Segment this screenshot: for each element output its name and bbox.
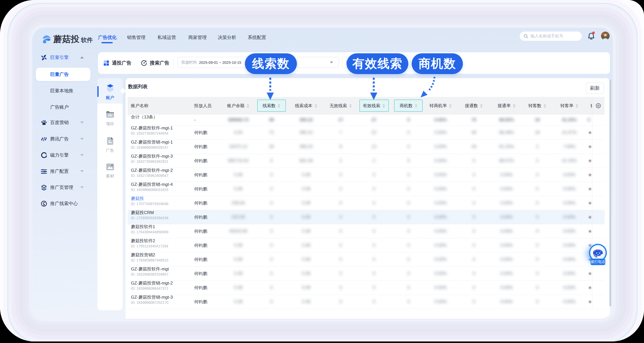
column-header-4[interactable]: 线索成本	[287, 97, 325, 115]
table-cell	[585, 196, 592, 210]
metric-value: 0	[407, 144, 410, 149]
column-header-2[interactable]: 账户余额	[220, 97, 256, 115]
sort-icon[interactable]	[480, 104, 483, 108]
table-cell: 0	[356, 210, 392, 224]
table-row-6[interactable]: 蘑菇投ID: 1707704975916048何钧鹏208.6605.08000…	[128, 196, 605, 210]
table-row-2[interactable]: GZ-蘑菇投营销-mgt-1ID: 1839866088539147何钧鹏334…	[128, 140, 605, 154]
table-cell: 5.08	[220, 295, 256, 309]
metric-value: 0.00%	[434, 285, 447, 290]
sort-icon[interactable]	[414, 104, 418, 108]
metric-value: 0	[270, 158, 273, 163]
column-header-10[interactable]: 接通率	[492, 97, 521, 115]
column-header-8[interactable]: 转商机率	[425, 97, 456, 115]
sidebar-subitem-juliang-local[interactable]: 巨量本地推	[50, 88, 96, 94]
topnav-item-2[interactable]: 私域运营	[158, 34, 176, 41]
action-mark	[589, 132, 591, 134]
table-row-4[interactable]: GZ-蘑菇投软件-mgt-2ID: 1832735962809547何钧鹏5.0…	[128, 168, 605, 182]
sort-icon[interactable]	[543, 104, 546, 108]
tab-search-ads[interactable]: 搜索广告	[141, 52, 169, 74]
metric-value: 5.08	[234, 186, 242, 191]
sort-icon[interactable]	[246, 104, 250, 108]
metric-value: 0	[473, 285, 475, 290]
column-header-5[interactable]: 无效线索	[325, 97, 356, 115]
table-cell: 385.22	[287, 115, 325, 125]
subnav-item-account[interactable]: 账户	[97, 84, 123, 100]
table-row-9[interactable]: 蘑菇投软件2ID: 1765113345417293何钧鹏5.0805.0800…	[128, 238, 605, 253]
column-settings-gear-icon[interactable]	[592, 97, 605, 115]
table-cell: GZ-蘑菇投营销-mgt-4ID: 1839866088031625	[128, 182, 191, 196]
sidebar-item-leads-center[interactable]: 推广线索中心	[32, 198, 97, 209]
table-row-5[interactable]: GZ-蘑菇投营销-mgt-4ID: 1839866088031625何钧鹏5.0…	[128, 182, 605, 196]
metric-value: 2	[536, 144, 538, 149]
column-header-0: 账户名称	[128, 97, 191, 115]
table-cell: 蘑菇投CRMID: 1726992928394248	[128, 210, 191, 224]
sidebar-subitem-ad-account[interactable]: 广告账户	[50, 104, 96, 110]
sidebar-item-baidu[interactable]: 百度营销	[32, 117, 97, 128]
table-cell: 5.08	[287, 267, 325, 280]
sidebar-item-magnetic-engine[interactable]: 磁力引擎	[32, 149, 97, 161]
sort-icon[interactable]	[277, 104, 281, 108]
table-cell: 2	[521, 140, 553, 154]
avatar[interactable]	[601, 32, 610, 40]
brand: 蘑菇投 软件	[42, 33, 93, 45]
table-cell: 0	[356, 196, 392, 210]
account-name: GZ-蘑菇投软件-mgt	[131, 267, 169, 272]
column-header-11[interactable]: 转客数	[521, 97, 553, 115]
account-name[interactable]: 蘑菇投	[131, 196, 144, 201]
column-header-3[interactable]: 线索数	[256, 97, 287, 115]
sidebar-item-landing-pages[interactable]: 推广页管理	[32, 182, 97, 193]
sort-icon[interactable]	[349, 104, 352, 108]
table-cell	[585, 224, 592, 238]
metric-value: 0.00%	[563, 257, 575, 262]
tab-general-ads[interactable]: 通投广告	[103, 52, 131, 74]
metric-value: 0	[473, 186, 475, 191]
table-cell: 386.25	[287, 140, 325, 154]
metric-value: 0	[373, 229, 375, 234]
sidebar-subitem-juliang-ad[interactable]: 巨量广告	[50, 71, 96, 77]
account-id: ID: 1764399434856589	[131, 230, 168, 234]
table-row-11[interactable]: GZ-蘑菇投软件-mgtID: 1832696382534857何钧鹏5.080…	[128, 267, 605, 281]
metric-value: 75	[472, 117, 476, 123]
assistant-robot-icon[interactable]	[590, 245, 606, 260]
table-cell: 0.00%	[553, 253, 585, 266]
sort-icon[interactable]	[575, 104, 578, 108]
subnav-item-ad[interactable]: 广告	[97, 137, 123, 153]
topnav-item-0[interactable]: 广告优化	[98, 34, 117, 41]
sort-icon[interactable]	[449, 104, 452, 108]
table-row-12[interactable]: GZ-蘑菇投营销-mgt-2ID: 1839866086447371何钧鹏5.0…	[128, 281, 605, 295]
table-cell: 5.08	[287, 224, 325, 238]
vertical-scrollbar[interactable]	[609, 79, 611, 306]
table-row-7[interactable]: 蘑菇投CRMID: 1726992928394248何钧鹏202.6605.08…	[128, 210, 605, 224]
subnav-item-project[interactable]: 项目	[97, 110, 123, 127]
topnav-item-5[interactable]: 系统配置	[248, 34, 266, 41]
global-search-input[interactable]: 输入名称或手机号	[520, 32, 582, 41]
sidebar-item-promo-config[interactable]: 推广配置	[32, 166, 97, 177]
topnav-item-3[interactable]: 商家管理	[188, 34, 207, 41]
person-value: 何钧鹏	[194, 228, 207, 234]
topnav-item-4[interactable]: 决策分析	[218, 34, 236, 41]
notification-bell-icon[interactable]	[588, 32, 594, 41]
metric-value: 72	[269, 130, 274, 135]
table-row-0[interactable]: 合计（13条）-388966.7398385.22172700.00%7588.…	[128, 115, 605, 126]
table-row-3[interactable]: GZ-蘑菇投软件-mgt-3ID: 1832735963382921何钧鹏885…	[128, 154, 605, 168]
call-phone-button[interactable]: 拨打电话	[590, 259, 605, 265]
column-header-12[interactable]: 转客率	[553, 97, 585, 115]
sort-icon[interactable]	[314, 104, 317, 108]
entity-subnav: 账户 项目 广告	[97, 78, 123, 310]
account-name: GZ-蘑菇投营销-mgt-4	[131, 182, 173, 187]
column-header-9[interactable]: 接通数	[456, 97, 492, 115]
table-row-13[interactable]: GZ-蘑菇投营销-mgt-3ID: 1839866087252170何钧鹏5.0…	[128, 295, 605, 309]
table-row-1[interactable]: GZ-蘑菇投软件-mgt-1ID: 1832735967244554何钧鹏0.0…	[128, 126, 605, 140]
sort-icon[interactable]	[513, 104, 516, 108]
sort-icon[interactable]	[382, 104, 385, 108]
column-header-6[interactable]: 有效线索	[356, 97, 392, 115]
topnav-item-1[interactable]: 销售管理	[127, 34, 146, 41]
table-row-8[interactable]: 蘑菇投软件1ID: 1764399434856589何钧鹏46203.9605.…	[128, 224, 605, 238]
subnav-item-material[interactable]: 素材	[97, 163, 123, 179]
sidebar-item-tencent-ads[interactable]: 腾讯广告	[32, 133, 97, 145]
table-cell: 何钧鹏	[191, 253, 220, 266]
refresh-button[interactable]: 刷新	[586, 83, 604, 94]
column-header-7[interactable]: 商机数	[392, 97, 425, 115]
sidebar-item-ocean-engine[interactable]: 巨量引擎	[32, 52, 97, 63]
table-row-10[interactable]: 蘑菇投营销2ID: 1785859867448515何钧鹏5.0805.0800…	[128, 253, 605, 267]
